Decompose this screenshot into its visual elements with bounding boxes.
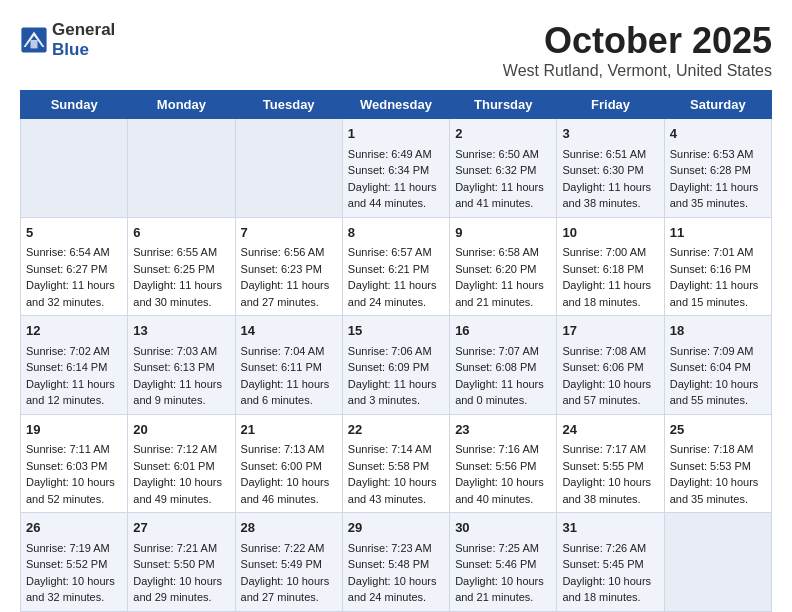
cell-content: Sunrise: 6:53 AM	[670, 146, 766, 163]
calendar-cell: 19Sunrise: 7:11 AMSunset: 6:03 PMDayligh…	[21, 414, 128, 513]
calendar-cell: 29Sunrise: 7:23 AMSunset: 5:48 PMDayligh…	[342, 513, 449, 612]
cell-content: Sunrise: 6:57 AM	[348, 244, 444, 261]
day-number: 7	[241, 223, 337, 243]
column-header-friday: Friday	[557, 91, 664, 119]
cell-content: Sunrise: 7:17 AM	[562, 441, 658, 458]
cell-content: Daylight: 11 hours and 9 minutes.	[133, 376, 229, 409]
cell-content: Sunset: 6:08 PM	[455, 359, 551, 376]
calendar-cell: 10Sunrise: 7:00 AMSunset: 6:18 PMDayligh…	[557, 217, 664, 316]
cell-content: Daylight: 11 hours and 3 minutes.	[348, 376, 444, 409]
cell-content: Sunrise: 6:58 AM	[455, 244, 551, 261]
day-number: 23	[455, 420, 551, 440]
logo-name: General Blue	[52, 20, 115, 60]
calendar-cell: 7Sunrise: 6:56 AMSunset: 6:23 PMDaylight…	[235, 217, 342, 316]
day-number: 10	[562, 223, 658, 243]
cell-content: Daylight: 10 hours and 27 minutes.	[241, 573, 337, 606]
cell-content: Sunset: 6:21 PM	[348, 261, 444, 278]
cell-content: Daylight: 10 hours and 49 minutes.	[133, 474, 229, 507]
day-number: 29	[348, 518, 444, 538]
cell-content: Sunset: 6:18 PM	[562, 261, 658, 278]
cell-content: Sunset: 6:01 PM	[133, 458, 229, 475]
cell-content: Sunset: 6:06 PM	[562, 359, 658, 376]
cell-content: Sunset: 6:14 PM	[26, 359, 122, 376]
cell-content: Sunset: 6:34 PM	[348, 162, 444, 179]
cell-content: Sunrise: 7:07 AM	[455, 343, 551, 360]
page-header: General Blue October 2025 West Rutland, …	[20, 20, 772, 80]
cell-content: Daylight: 10 hours and 35 minutes.	[670, 474, 766, 507]
cell-content: Daylight: 11 hours and 24 minutes.	[348, 277, 444, 310]
day-number: 3	[562, 124, 658, 144]
cell-content: Sunset: 6:27 PM	[26, 261, 122, 278]
cell-content: Daylight: 10 hours and 21 minutes.	[455, 573, 551, 606]
column-header-saturday: Saturday	[664, 91, 771, 119]
calendar-cell: 28Sunrise: 7:22 AMSunset: 5:49 PMDayligh…	[235, 513, 342, 612]
cell-content: Sunrise: 6:55 AM	[133, 244, 229, 261]
day-number: 20	[133, 420, 229, 440]
day-number: 8	[348, 223, 444, 243]
cell-content: Sunrise: 7:23 AM	[348, 540, 444, 557]
cell-content: Sunset: 5:50 PM	[133, 556, 229, 573]
cell-content: Sunrise: 7:01 AM	[670, 244, 766, 261]
calendar-cell: 18Sunrise: 7:09 AMSunset: 6:04 PMDayligh…	[664, 316, 771, 415]
title-block: October 2025 West Rutland, Vermont, Unit…	[503, 20, 772, 80]
cell-content: Sunrise: 7:04 AM	[241, 343, 337, 360]
day-number: 12	[26, 321, 122, 341]
calendar-cell: 20Sunrise: 7:12 AMSunset: 6:01 PMDayligh…	[128, 414, 235, 513]
cell-content: Sunrise: 7:08 AM	[562, 343, 658, 360]
week-row-2: 5Sunrise: 6:54 AMSunset: 6:27 PMDaylight…	[21, 217, 772, 316]
cell-content: Sunset: 6:25 PM	[133, 261, 229, 278]
cell-content: Daylight: 10 hours and 40 minutes.	[455, 474, 551, 507]
day-number: 11	[670, 223, 766, 243]
day-number: 9	[455, 223, 551, 243]
cell-content: Daylight: 10 hours and 29 minutes.	[133, 573, 229, 606]
calendar-cell: 12Sunrise: 7:02 AMSunset: 6:14 PMDayligh…	[21, 316, 128, 415]
cell-content: Daylight: 11 hours and 27 minutes.	[241, 277, 337, 310]
week-row-1: 1Sunrise: 6:49 AMSunset: 6:34 PMDaylight…	[21, 119, 772, 218]
cell-content: Sunrise: 6:54 AM	[26, 244, 122, 261]
day-number: 14	[241, 321, 337, 341]
cell-content: Sunrise: 7:06 AM	[348, 343, 444, 360]
cell-content: Sunrise: 7:25 AM	[455, 540, 551, 557]
calendar-cell: 11Sunrise: 7:01 AMSunset: 6:16 PMDayligh…	[664, 217, 771, 316]
day-number: 19	[26, 420, 122, 440]
location-title: West Rutland, Vermont, United States	[503, 62, 772, 80]
calendar-cell	[128, 119, 235, 218]
cell-content: Daylight: 11 hours and 32 minutes.	[26, 277, 122, 310]
cell-content: Sunset: 6:03 PM	[26, 458, 122, 475]
calendar-cell: 27Sunrise: 7:21 AMSunset: 5:50 PMDayligh…	[128, 513, 235, 612]
cell-content: Sunrise: 6:49 AM	[348, 146, 444, 163]
calendar-cell: 23Sunrise: 7:16 AMSunset: 5:56 PMDayligh…	[450, 414, 557, 513]
column-header-monday: Monday	[128, 91, 235, 119]
cell-content: Daylight: 10 hours and 32 minutes.	[26, 573, 122, 606]
cell-content: Sunrise: 7:16 AM	[455, 441, 551, 458]
cell-content: Daylight: 10 hours and 18 minutes.	[562, 573, 658, 606]
logo-icon	[20, 26, 48, 54]
cell-content: Sunset: 6:13 PM	[133, 359, 229, 376]
header-row: SundayMondayTuesdayWednesdayThursdayFrid…	[21, 91, 772, 119]
cell-content: Sunset: 5:56 PM	[455, 458, 551, 475]
day-number: 28	[241, 518, 337, 538]
cell-content: Daylight: 11 hours and 41 minutes.	[455, 179, 551, 212]
day-number: 18	[670, 321, 766, 341]
cell-content: Daylight: 10 hours and 57 minutes.	[562, 376, 658, 409]
calendar-cell: 14Sunrise: 7:04 AMSunset: 6:11 PMDayligh…	[235, 316, 342, 415]
cell-content: Sunrise: 7:03 AM	[133, 343, 229, 360]
cell-content: Daylight: 10 hours and 55 minutes.	[670, 376, 766, 409]
calendar-cell: 6Sunrise: 6:55 AMSunset: 6:25 PMDaylight…	[128, 217, 235, 316]
day-number: 4	[670, 124, 766, 144]
day-number: 31	[562, 518, 658, 538]
calendar-cell: 24Sunrise: 7:17 AMSunset: 5:55 PMDayligh…	[557, 414, 664, 513]
day-number: 27	[133, 518, 229, 538]
cell-content: Sunset: 6:04 PM	[670, 359, 766, 376]
cell-content: Sunset: 6:28 PM	[670, 162, 766, 179]
day-number: 24	[562, 420, 658, 440]
calendar-cell: 16Sunrise: 7:07 AMSunset: 6:08 PMDayligh…	[450, 316, 557, 415]
cell-content: Sunset: 5:45 PM	[562, 556, 658, 573]
calendar-cell: 3Sunrise: 6:51 AMSunset: 6:30 PMDaylight…	[557, 119, 664, 218]
cell-content: Sunset: 5:53 PM	[670, 458, 766, 475]
cell-content: Sunrise: 7:18 AM	[670, 441, 766, 458]
calendar-cell: 17Sunrise: 7:08 AMSunset: 6:06 PMDayligh…	[557, 316, 664, 415]
cell-content: Sunrise: 7:13 AM	[241, 441, 337, 458]
cell-content: Sunset: 5:58 PM	[348, 458, 444, 475]
calendar-cell: 31Sunrise: 7:26 AMSunset: 5:45 PMDayligh…	[557, 513, 664, 612]
